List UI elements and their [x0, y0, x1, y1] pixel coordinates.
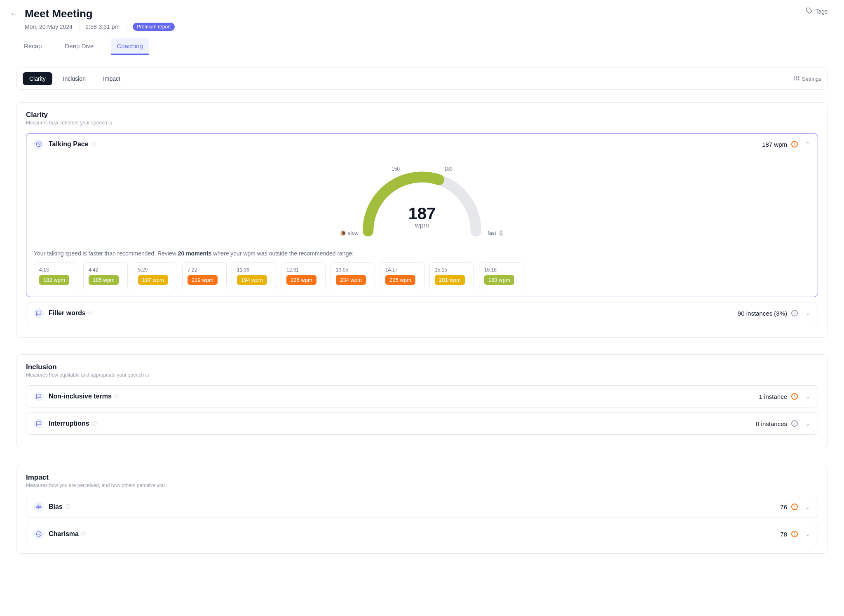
moment-wpm-badge: 225 wpm	[385, 275, 415, 285]
moment-wpm-badge: 197 wpm	[138, 275, 168, 285]
svg-point-11	[36, 532, 41, 536]
smile-icon	[34, 529, 44, 539]
moment-wpm-badge: 226 wpm	[286, 275, 316, 285]
status-warning-icon: !	[791, 393, 798, 400]
moment-time: 7:22	[188, 267, 221, 273]
gauge-tick-low: 150	[392, 166, 400, 172]
info-icon[interactable]: ⓘ	[88, 310, 93, 317]
interruptions-name: Interruptions	[49, 420, 89, 427]
gauge-tick-high: 180	[444, 166, 452, 172]
tags-button[interactable]: Tags	[806, 7, 828, 15]
shield-icon	[34, 391, 44, 401]
pill-clarity[interactable]: Clarity	[23, 72, 52, 85]
info-icon[interactable]: ⓘ	[114, 393, 119, 400]
clarity-title: Clarity	[26, 111, 818, 119]
moment-card[interactable]: 7:22219 wpm	[182, 262, 227, 289]
status-warning-icon: !	[791, 531, 798, 537]
pill-inclusion[interactable]: Inclusion	[56, 72, 92, 85]
interruptions-value: 0 instances	[756, 420, 787, 427]
tags-label: Tags	[815, 8, 828, 15]
status-ok-icon: ✓	[791, 420, 798, 427]
metric-filler-words: Filler words ⓘ 90 instances (3%) ✓ ⌄	[26, 302, 818, 324]
tab-recap[interactable]: Recap	[18, 38, 47, 55]
metric-interruptions: Interruptions ⓘ 0 instances ✓ ⌄	[26, 412, 818, 435]
back-arrow-icon[interactable]: ←	[10, 7, 18, 19]
moment-time: 4:42	[89, 267, 122, 273]
tab-deep-dive[interactable]: Deep Dive	[59, 38, 99, 55]
metric-header-charisma[interactable]: Charisma ⓘ 78 ! ⌄	[26, 523, 818, 545]
bias-name: Bias	[49, 503, 63, 511]
moment-card[interactable]: 4:13182 wpm	[34, 262, 78, 289]
moment-card[interactable]: 16:16183 wpm	[479, 262, 523, 289]
pill-impact[interactable]: Impact	[96, 72, 127, 85]
tag-icon	[806, 7, 813, 15]
meeting-date: Mon, 20 May 2024	[25, 23, 73, 30]
moment-card[interactable]: 14:17225 wpm	[380, 262, 424, 289]
page-header: ← Meet Meeting Mon, 20 May 2024 | 2:58-3…	[0, 0, 844, 31]
interrupt-icon	[34, 419, 44, 429]
chevron-up-icon: ⌃	[805, 141, 810, 148]
moment-card[interactable]: 4:42185 wpm	[83, 262, 128, 289]
chevron-down-icon: ⌄	[805, 310, 810, 316]
talking-pace-name: Talking Pace	[49, 141, 89, 148]
info-icon[interactable]: ⓘ	[92, 420, 97, 427]
moment-time: 11:36	[237, 267, 271, 273]
gauge-unit: wpm	[408, 222, 436, 229]
section-clarity: Clarity Measures how coherent your speec…	[16, 102, 828, 338]
metric-header-non-inclusive[interactable]: Non-inclusive terms ⓘ 1 instance ! ⌄	[26, 386, 818, 407]
moment-wpm-badge: 182 wpm	[39, 275, 69, 285]
sliders-icon	[794, 75, 799, 82]
info-icon[interactable]: ⓘ	[91, 141, 96, 148]
non-inclusive-value: 1 instance	[759, 393, 787, 400]
moment-card[interactable]: 5:29197 wpm	[133, 262, 177, 289]
filler-words-name: Filler words	[49, 309, 86, 317]
settings-label: Settings	[802, 76, 821, 82]
charisma-name: Charisma	[49, 530, 79, 538]
moment-time: 14:17	[385, 267, 419, 273]
chevron-down-icon: ⌄	[805, 393, 810, 400]
metric-header-talking-pace[interactable]: Talking Pace ⓘ 187 wpm ! ⌃	[26, 134, 818, 155]
moment-wpm-badge: 183 wpm	[484, 275, 514, 285]
gauge-value: 187	[408, 205, 436, 222]
moment-time: 5:29	[138, 267, 172, 273]
page-title: Meet Meeting	[25, 7, 175, 20]
moment-time: 13:05	[336, 267, 370, 273]
moment-card[interactable]: 12:31226 wpm	[281, 262, 326, 289]
section-inclusion: Inclusion Measures how equitable and app…	[16, 354, 828, 448]
bias-value: 76	[780, 504, 787, 511]
moment-time: 15:15	[435, 267, 469, 273]
inclusion-title: Inclusion	[26, 363, 818, 371]
moment-wpm-badge: 185 wpm	[89, 275, 119, 285]
impact-subtitle: Measures how you are perceived, and how …	[26, 482, 818, 488]
info-icon[interactable]: ⓘ	[81, 531, 86, 538]
tab-coaching[interactable]: Coaching	[111, 38, 148, 55]
moment-card[interactable]: 13:05234 wpm	[331, 262, 375, 289]
moment-card[interactable]: 11:36194 wpm	[232, 262, 276, 289]
section-impact: Impact Measures how you are perceived, a…	[16, 465, 828, 554]
metric-header-bias[interactable]: Bias ⓘ 76 ! ⌄	[26, 496, 818, 518]
gauge-icon	[34, 139, 44, 149]
inclusion-subtitle: Measures how equitable and appropriate y…	[26, 372, 818, 378]
settings-button[interactable]: Settings	[794, 75, 821, 82]
talking-pace-value: 187 wpm	[762, 141, 787, 148]
impact-title: Impact	[26, 473, 818, 482]
gauge-fast-label: fast 🐇	[488, 230, 504, 236]
non-inclusive-name: Non-inclusive terms	[49, 393, 112, 400]
metric-header-filler-words[interactable]: Filler words ⓘ 90 instances (3%) ✓ ⌄	[26, 302, 818, 324]
info-icon[interactable]: ⓘ	[65, 504, 70, 511]
gauge-chart: 150 180 187 wpm 🐌 slow fast 🐇	[344, 164, 500, 238]
metric-header-interruptions[interactable]: Interruptions ⓘ 0 instances ✓ ⌄	[26, 413, 818, 434]
moment-time: 4:13	[39, 267, 73, 273]
moment-wpm-badge: 201 wpm	[435, 275, 465, 285]
gauge-slow-label: 🐌 slow	[340, 230, 359, 236]
pill-bar: Clarity Inclusion Impact Settings	[16, 68, 828, 90]
metric-charisma: Charisma ⓘ 78 ! ⌄	[26, 523, 818, 545]
status-warning-icon: !	[791, 141, 798, 148]
clarity-subtitle: Measures how coherent your speech is	[26, 120, 818, 126]
moments-row[interactable]: 4:13182 wpm4:42185 wpm5:29197 wpm7:22219…	[34, 262, 810, 289]
metric-non-inclusive: Non-inclusive terms ⓘ 1 instance ! ⌄	[26, 385, 818, 408]
moment-wpm-badge: 234 wpm	[336, 275, 366, 285]
status-ok-icon: ✓	[791, 310, 798, 316]
moment-card[interactable]: 15:15201 wpm	[429, 262, 474, 289]
moment-wpm-badge: 194 wpm	[237, 275, 267, 285]
